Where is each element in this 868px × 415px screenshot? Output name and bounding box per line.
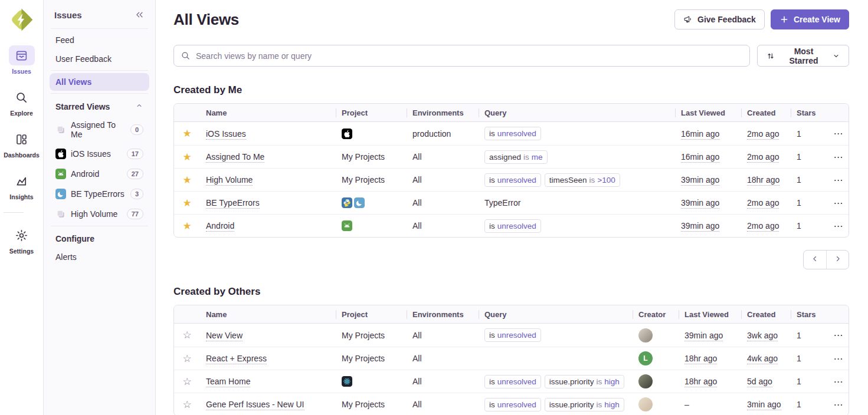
star-outline-icon[interactable]: ☆ (182, 398, 191, 411)
sidebar-item-all-views[interactable]: All Views (50, 73, 149, 91)
view-row[interactable]: ☆Gene Perf Issues - New UIMy ProjectsAll… (174, 393, 849, 415)
view-name-link[interactable]: BE TypeErrors (206, 198, 260, 209)
table-header: NameProjectEnvironmentsQueryCreatorLast … (174, 305, 849, 324)
view-name-link[interactable]: New View (206, 331, 243, 341)
sidebar-item-feed[interactable]: Feed (50, 31, 149, 49)
environments-cell: All (407, 377, 479, 386)
rail-item-issues[interactable]: Issues (4, 45, 40, 75)
query-cell: isunresolvedissue.priorityishigh (479, 398, 633, 411)
column-header-environments: Environments (407, 104, 479, 122)
star-filled-icon[interactable]: ★ (182, 174, 191, 186)
star-filled-icon[interactable]: ★ (182, 220, 191, 232)
creator-cell (633, 328, 679, 342)
views-table-1: NameProjectEnvironmentsQueryCreatorLast … (173, 305, 849, 415)
view-row[interactable]: ★AndroidAllisunresolved39min ago2mo ago1… (174, 214, 849, 237)
query-token: is (489, 129, 495, 138)
row-menu-button[interactable]: ⋯ (834, 128, 844, 139)
app-logo[interactable] (8, 6, 35, 33)
view-row[interactable]: ★High VolumeMy ProjectsAllisunresolvedti… (174, 168, 849, 191)
apple-icon (55, 149, 66, 159)
row-menu-button[interactable]: ⋯ (834, 220, 844, 232)
query-token: assigned (489, 153, 521, 162)
rail-item-insights[interactable]: Insights (4, 171, 40, 200)
star-outline-icon[interactable]: ☆ (182, 353, 191, 365)
nest-icon (354, 197, 365, 208)
query-chip: isunresolved (484, 127, 541, 140)
star-outline-icon[interactable]: ☆ (182, 376, 191, 388)
row-menu-button[interactable]: ⋯ (834, 376, 844, 387)
star-filled-icon[interactable]: ★ (182, 127, 191, 140)
view-name-link[interactable]: Gene Perf Issues - New UI (206, 400, 304, 410)
star-cell: ☆ (174, 398, 200, 411)
view-row[interactable]: ☆Team HomeAllisunresolvedissue.priorityi… (174, 370, 849, 393)
query-token: is (489, 222, 495, 230)
nav-rail-items: IssuesExploreDashboardsInsightsSettings (4, 33, 40, 255)
row-menu-button[interactable]: ⋯ (834, 399, 844, 410)
starred-views-section-header[interactable]: Starred Views (50, 96, 149, 115)
row-menu-button[interactable]: ⋯ (834, 174, 844, 186)
view-row[interactable]: ★BE TypeErrorsAllTypeError39min ago2mo a… (174, 191, 849, 214)
last-viewed-value: 39min ago (681, 175, 719, 186)
previous-page-button[interactable] (804, 251, 826, 269)
menu-cell: ⋯ (823, 330, 849, 341)
view-row[interactable]: ☆New ViewMy ProjectsAllisunresolved39min… (174, 324, 849, 347)
collapse-sidebar-icon[interactable] (134, 9, 145, 20)
rail-item-dashboards[interactable]: Dashboards (4, 129, 40, 159)
megaphone-icon (683, 15, 693, 24)
rail-item-explore[interactable]: Explore (4, 87, 40, 117)
query-token: unresolved (497, 176, 536, 185)
project-cell: My Projects (336, 152, 407, 162)
row-menu-button[interactable]: ⋯ (834, 353, 844, 364)
view-name-link[interactable]: Team Home (206, 377, 250, 387)
next-page-button[interactable] (826, 251, 849, 269)
page-title: All Views (173, 11, 239, 29)
apple-icon (342, 129, 352, 139)
query-token: unresolved (497, 129, 536, 138)
sidebar-item-alerts[interactable]: Alerts (50, 248, 149, 266)
header-cell-menu (823, 305, 849, 324)
last-viewed-cell: 16min ago (675, 152, 741, 162)
row-menu-button[interactable]: ⋯ (834, 151, 844, 163)
sort-button[interactable]: Most Starred (757, 45, 849, 67)
view-row[interactable]: ★iOS Issuesproductionisunresolved16min a… (174, 122, 849, 145)
starred-view-assigned-to-me[interactable]: Assigned To Me0 (50, 116, 149, 143)
name-cell: React + Express (200, 354, 336, 363)
query-chip: issue.priorityishigh (545, 375, 624, 388)
starred-view-be-typeerrors[interactable]: BE TypeErrors3 (50, 185, 149, 203)
starred-view-android[interactable]: Android27 (50, 164, 149, 183)
view-name-link[interactable]: High Volume (206, 175, 253, 186)
query-token: is (589, 176, 595, 185)
created-cell: 5d ago (741, 377, 791, 386)
name-cell: Assigned To Me (200, 152, 336, 162)
star-filled-icon[interactable]: ★ (182, 197, 191, 209)
created-cell: 18hr ago (741, 175, 791, 185)
created-value: 3wk ago (747, 331, 778, 341)
stars-cell: 1 (791, 377, 823, 386)
create-view-button[interactable]: Create View (771, 9, 849, 29)
row-menu-button[interactable]: ⋯ (834, 197, 844, 209)
star-outline-icon[interactable]: ☆ (182, 329, 191, 341)
project-cell (336, 197, 407, 208)
column-header-last-viewed: Last Viewed (679, 305, 741, 324)
starred-view-label: iOS Issues (71, 149, 111, 159)
view-name-link[interactable]: iOS Issues (206, 129, 246, 140)
starred-views-label: Starred Views (55, 102, 110, 111)
view-row[interactable]: ☆React + ExpressMy ProjectsAllL18hr ago4… (174, 347, 849, 370)
row-menu-button[interactable]: ⋯ (834, 330, 844, 341)
starred-view-high-volume[interactable]: High Volume77 (50, 205, 149, 223)
name-cell: BE TypeErrors (200, 198, 336, 208)
give-feedback-button[interactable]: Give Feedback (674, 9, 765, 29)
query-token: unresolved (497, 331, 536, 340)
starred-view-ios-issues[interactable]: iOS Issues17 (50, 144, 149, 163)
view-name-link[interactable]: React + Express (206, 354, 267, 364)
view-row[interactable]: ★Assigned To MeMy ProjectsAllassignedism… (174, 145, 849, 168)
rail-item-settings[interactable]: Settings (4, 225, 40, 255)
section-heading-created-by-me: Created by Me (173, 84, 849, 96)
created-cell: 2mo ago (741, 152, 791, 162)
view-name-link[interactable]: Assigned To Me (206, 152, 264, 163)
created-cell: 3min ago (741, 400, 791, 409)
star-filled-icon[interactable]: ★ (182, 151, 191, 163)
search-input[interactable] (173, 45, 750, 67)
view-name-link[interactable]: Android (206, 221, 234, 232)
sidebar-item-user-feedback[interactable]: User Feedback (50, 50, 149, 68)
